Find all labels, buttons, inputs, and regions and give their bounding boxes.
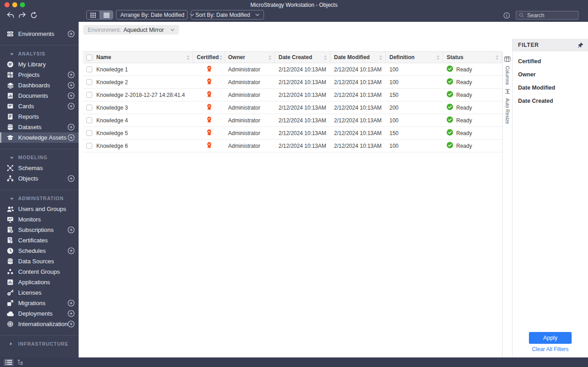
sidebar-item-schemas[interactable]: Schemas (0, 163, 79, 173)
add-schedules-button[interactable] (68, 247, 75, 254)
sidebar-item-reports[interactable]: Reports (0, 111, 79, 122)
auto-resize-icon[interactable] (505, 89, 510, 94)
table-row[interactable]: Knowledge 5Administrator2/12/2024 10:13A… (83, 127, 502, 140)
add-knowledge-assets-button[interactable] (68, 134, 75, 141)
sidebar-item-my-library[interactable]: My Library (0, 59, 79, 70)
list-view-icon[interactable] (100, 11, 113, 19)
sidebar-item-licenses[interactable]: Licenses (0, 287, 79, 298)
column-header-definition[interactable]: Definition (386, 52, 443, 63)
sort-icon[interactable] (495, 55, 499, 60)
row-checkbox[interactable] (86, 117, 92, 123)
sidebar-item-documents[interactable]: Documents (0, 90, 79, 101)
row-checkbox[interactable] (86, 79, 92, 85)
status-label: Ready (456, 117, 472, 124)
forward-icon[interactable] (19, 12, 27, 19)
sidebar-section-adminstration[interactable]: ADMINSTRATION (0, 194, 79, 203)
add-migrations-button[interactable] (68, 300, 75, 307)
search-field[interactable] (516, 11, 578, 20)
table-row[interactable]: Knowledge 1Administrator2/12/2024 10:13A… (83, 63, 502, 76)
table-row[interactable]: Knowledge 3Administrator2/12/2024 10:13A… (83, 101, 502, 114)
sidebar-item-migrations[interactable]: Migrations (0, 298, 79, 308)
sidebar-item-content-groups[interactable]: Content Groups (0, 266, 79, 277)
sidebar-item-projects[interactable]: Projects (0, 70, 79, 80)
columns-toggle[interactable]: Columns (505, 66, 510, 85)
add-documents-button[interactable] (68, 92, 75, 99)
sidebar-item-monitors[interactable]: Monitors (0, 214, 79, 225)
back-icon[interactable] (6, 12, 15, 19)
row-checkbox[interactable] (86, 143, 92, 149)
sidebar-item-environments[interactable]: Environments (0, 29, 79, 39)
sidebar-item-label: Deployments (18, 310, 68, 317)
table-row[interactable]: Knowledge 2-2018-12-27 14:28:41.4Adminis… (83, 89, 502, 101)
add-dashboards-button[interactable] (68, 82, 75, 89)
sidebar-item-certificates[interactable]: Certificates (0, 235, 79, 246)
sort-icon[interactable] (268, 55, 272, 60)
projects-icon (6, 71, 14, 79)
table-row[interactable]: Knowledge 6Administrator2/12/2024 10:13A… (83, 140, 502, 152)
add-subscriptions-button[interactable] (68, 226, 75, 233)
sort-icon[interactable] (186, 55, 190, 60)
sidebar-divider (0, 335, 79, 336)
sort-icon[interactable] (219, 55, 223, 60)
apply-button[interactable]: Apply (529, 332, 572, 344)
add-internationalization-button[interactable] (68, 321, 75, 327)
cell-status: Ready (443, 76, 502, 88)
row-checkbox[interactable] (86, 66, 92, 72)
add-objects-button[interactable] (68, 175, 75, 182)
sidebar-section-infrastructure[interactable]: INFRASTRUCTURE (0, 339, 79, 348)
sidebar-item-data-sources[interactable]: Data Sources (0, 256, 79, 266)
sidebar-item-subscriptions[interactable]: Subscriptions (0, 225, 79, 235)
add-environments-button[interactable] (68, 30, 75, 37)
column-header-status[interactable]: Status (443, 52, 502, 63)
refresh-icon[interactable] (30, 12, 39, 19)
table-row[interactable]: Knowledge 4Administrator2/12/2024 10:13A… (83, 114, 502, 127)
row-name: Knowledge 1 (96, 66, 128, 73)
list-view-icon[interactable] (4, 359, 14, 366)
tree-view-icon[interactable] (16, 359, 26, 366)
column-header-certified[interactable]: Certified (193, 52, 224, 63)
add-cards-button[interactable] (68, 103, 75, 110)
sort-icon[interactable] (436, 55, 440, 60)
search-input[interactable] (526, 12, 569, 19)
filter-item-date-created[interactable]: Date Created (513, 94, 588, 107)
sidebar-item-applications[interactable]: Applications (0, 277, 79, 287)
status-ready-icon (447, 91, 453, 99)
add-datasets-button[interactable] (68, 124, 75, 131)
sort-by-dropdown[interactable]: Sort By: Date Modified (191, 10, 264, 20)
pin-icon[interactable] (578, 42, 583, 48)
filter-item-certified[interactable]: Certified (513, 55, 588, 68)
column-header-name[interactable]: Name (83, 52, 193, 63)
column-header-date_created[interactable]: Date Created (275, 52, 330, 63)
sort-icon[interactable] (379, 55, 383, 60)
select-all-checkbox[interactable] (86, 55, 92, 60)
sidebar-section-modeling[interactable]: MODELING (0, 153, 79, 162)
sidebar-item-dashboards[interactable]: Dashboards (0, 80, 79, 90)
sidebar-section-analysis[interactable]: ANALYSIS (0, 49, 79, 58)
sort-icon[interactable] (324, 55, 327, 60)
auto-resize-toggle[interactable]: Auto Resize (505, 98, 510, 124)
arrange-by-dropdown[interactable]: Arrange By: Date Modified (116, 10, 188, 20)
column-header-owner[interactable]: Owner (224, 52, 275, 63)
sidebar-item-objects[interactable]: Objects (0, 173, 79, 184)
clear-all-filters-link[interactable]: Clear All Filters (513, 346, 588, 352)
row-checkbox[interactable] (86, 130, 92, 136)
filter-item-owner[interactable]: Owner (513, 68, 588, 81)
row-checkbox[interactable] (86, 105, 92, 111)
sidebar-item-users-and-groups[interactable]: Users and Groups (0, 204, 79, 214)
sidebar-item-knowledge-assets[interactable]: Knowledge Assets (0, 132, 79, 143)
sidebar-item-internationalization[interactable]: Internationalization (0, 319, 79, 329)
sidebar-item-deployments[interactable]: Deployments (0, 308, 79, 319)
grid-view-icon[interactable] (87, 11, 100, 19)
environment-dropdown[interactable]: Environment: Aqueduct Mirror (83, 25, 179, 35)
columns-icon[interactable] (504, 56, 510, 62)
column-header-date_modified[interactable]: Date Modified (330, 52, 386, 63)
sidebar-item-schedules[interactable]: Schedules (0, 246, 79, 256)
info-icon[interactable] (503, 12, 510, 20)
add-projects-button[interactable] (68, 71, 75, 78)
add-deployments-button[interactable] (68, 310, 75, 317)
sidebar-item-cards[interactable]: Cards (0, 101, 79, 111)
filter-item-date-modified[interactable]: Date Modified (513, 81, 588, 94)
row-checkbox[interactable] (86, 92, 92, 98)
table-row[interactable]: Knowledge 2Administrator2/12/2024 10:13A… (83, 76, 502, 89)
sidebar-item-datasets[interactable]: Datasets (0, 122, 79, 132)
